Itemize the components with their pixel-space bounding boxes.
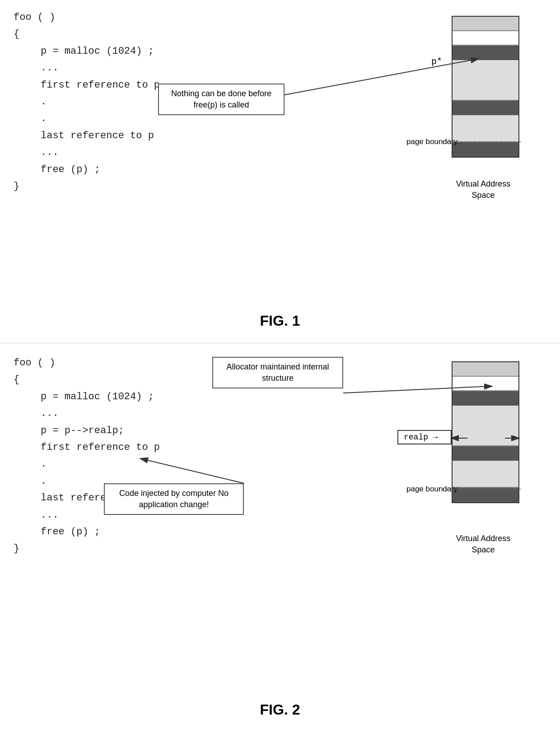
code-line-6: . [41, 93, 160, 110]
fig2-vas-row-2 [453, 377, 518, 391]
fig1-vas-diagram [452, 16, 519, 158]
code-line-7: . [41, 110, 160, 127]
fig2-annotation2: Code injected by computer No application… [104, 483, 244, 515]
fig2-vas-row-6 [453, 461, 518, 488]
fig2-code-line-12: } [14, 540, 160, 557]
code-line-1: foo ( ) [14, 9, 160, 26]
fig1-vas-label: Virtual Address Space [447, 178, 519, 201]
fig2-code-line-4: ... [41, 405, 160, 422]
fig2-vas-row-3 [453, 391, 518, 406]
vas-row-4 [453, 60, 518, 101]
fig2-vas-block [452, 361, 519, 503]
fig2-annotation1: Allocator maintained internal structure [212, 357, 343, 388]
code-line-5: first reference to p [41, 77, 160, 93]
fig1-section: foo ( ) { p = malloc (1024) ; ... first … [0, 0, 560, 343]
fig1-p-label: p* [431, 56, 442, 67]
vas-row-1 [453, 17, 518, 31]
page: foo ( ) { p = malloc (1024) ; ... first … [0, 0, 560, 732]
fig2-vas-row-4 [453, 406, 518, 446]
fig2-code-line-3: p = malloc (1024) ; [41, 388, 160, 405]
fig2-code: foo ( ) { p = malloc (1024) ; ... p = p-… [14, 355, 160, 557]
fig2-vas-row-1 [453, 362, 518, 377]
fig2-vas-diagram [452, 361, 519, 503]
code-line-3: p = malloc (1024) ; [41, 43, 160, 60]
fig2-page-boundary-line [442, 489, 521, 490]
fig2-vas-row-5 [453, 446, 518, 461]
fig1-label: FIG. 1 [0, 304, 560, 338]
fig2-vas-row-7 [453, 488, 518, 502]
fig2-code-line-2: { [14, 371, 160, 388]
fig2-label: FIG. 2 [0, 693, 560, 727]
fig2-code-line-6: first reference to p [41, 439, 160, 456]
code-line-2: { [14, 26, 160, 42]
code-line-10: free (p) ; [41, 161, 160, 178]
vas-row-6 [453, 115, 518, 142]
fig2-vas-container: p* page boundary Virtual Address Space [447, 361, 524, 503]
vas-row-5 [453, 101, 518, 115]
fig2-code-line-11: free (p) ; [41, 523, 160, 540]
fig2-realp-label: realp [404, 433, 428, 442]
fig1-page-boundary-line [442, 141, 521, 142]
code-line-4: ... [41, 60, 160, 76]
fig2-realp-box: realp → [397, 430, 452, 444]
code-line-8: last reference to p [41, 127, 160, 144]
code-line-11: } [14, 178, 160, 195]
vas-row-3 [453, 46, 518, 60]
fig2-section: foo ( ) { p = malloc (1024) ; ... p = p-… [0, 343, 560, 732]
fig2-code-line-7: . [41, 456, 160, 472]
fig2-code-line-5: p = p-->realp; [41, 422, 160, 439]
vas-row-2 [453, 31, 518, 46]
fig2-realp-arrow: → [433, 433, 438, 442]
code-line-9: ... [41, 144, 160, 161]
fig1-annotation: Nothing can be done before free(p) is ca… [158, 84, 285, 115]
fig2-vas-label: Virtual Address Space [447, 533, 519, 556]
fig1-vas-container: p* page boundary Virtual Address Space [447, 16, 524, 158]
fig2-code-line-1: foo ( ) [14, 355, 160, 371]
fig1-code: foo ( ) { p = malloc (1024) ; ... first … [14, 9, 160, 195]
vas-row-7 [453, 142, 518, 157]
fig1-vas-block [452, 16, 519, 158]
